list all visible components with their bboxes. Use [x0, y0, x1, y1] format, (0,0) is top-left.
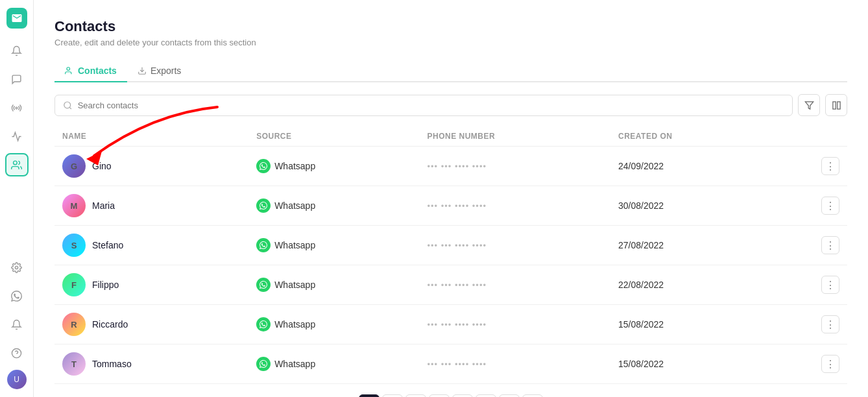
sidebar-item-settings[interactable]: [5, 256, 29, 279]
search-row: [54, 94, 847, 116]
contact-actions-cell-0: ⋮: [770, 147, 847, 186]
page-title: Contacts: [54, 18, 847, 35]
svg-rect-11: [837, 101, 839, 108]
whatsapp-icon-1: [256, 198, 271, 213]
contact-date-cell-1: 30/08/2022: [610, 186, 770, 226]
contact-source-label-2: Whatsapp: [274, 240, 315, 250]
sidebar-item-notifications[interactable]: [5, 39, 29, 62]
contact-name-cell-4: R Riccardo: [54, 305, 248, 344]
contact-phone-2: ••• ••• •••• ••••: [427, 241, 487, 250]
contact-more-button-0[interactable]: ⋮: [821, 157, 839, 175]
page-button-314[interactable]: 314: [452, 394, 473, 397]
contact-phone-cell-4: ••• ••• •••• ••••: [419, 305, 610, 344]
contact-source-label-5: Whatsapp: [274, 359, 315, 369]
page-button-...[interactable]: ...: [429, 394, 450, 397]
sidebar-item-whatsapp[interactable]: [5, 284, 29, 307]
contact-more-button-5[interactable]: ⋮: [821, 355, 839, 373]
contact-date-2: 27/08/2022: [618, 240, 664, 250]
page-button-316[interactable]: 316: [499, 394, 520, 397]
contact-more-button-2[interactable]: ⋮: [821, 236, 839, 254]
contact-more-button-4[interactable]: ⋮: [821, 315, 839, 333]
contact-source-cell-1: Whatsapp: [248, 186, 419, 226]
col-name: Name: [54, 126, 248, 147]
contact-source-cell-5: Whatsapp: [248, 344, 419, 384]
sidebar-item-analytics[interactable]: [5, 125, 29, 148]
user-avatar[interactable]: U: [7, 370, 27, 389]
tab-contacts[interactable]: Contacts: [54, 60, 127, 82]
page-button-1[interactable]: 1: [359, 394, 380, 397]
contact-source-cell-0: Whatsapp: [248, 147, 419, 186]
contact-source-label-4: Whatsapp: [274, 319, 315, 330]
contact-phone-cell-1: ••• ••• •••• ••••: [419, 186, 610, 226]
table-row: S Stefano Whatsapp ••• ••• •••• •••• 27/…: [54, 226, 847, 265]
whatsapp-icon-4: [256, 317, 271, 331]
table-row: T Tommaso Whatsapp ••• ••• •••• •••• 15/…: [54, 344, 847, 384]
contact-source-cell-4: Whatsapp: [248, 305, 419, 344]
contact-date-cell-4: 15/08/2022: [610, 305, 770, 344]
contact-more-button-3[interactable]: ⋮: [821, 276, 839, 294]
contact-phone-3: ••• ••• •••• ••••: [427, 280, 487, 290]
contact-source-cell-3: Whatsapp: [248, 265, 419, 305]
contact-date-4: 15/08/2022: [618, 319, 664, 330]
contact-name-cell-0: G Gino: [54, 147, 248, 186]
contact-actions-cell-4: ⋮: [770, 305, 847, 344]
table-row: G Gino Whatsapp ••• ••• •••• •••• 24/09/…: [54, 147, 847, 186]
contact-phone-1: ••• ••• •••• ••••: [427, 201, 487, 211]
contact-phone-cell-0: ••• ••• •••• ••••: [419, 147, 610, 186]
svg-rect-10: [832, 101, 835, 108]
contact-actions-cell-2: ⋮: [770, 226, 847, 265]
contact-avatar-5: T: [62, 352, 86, 376]
contact-source-label-1: Whatsapp: [274, 200, 315, 211]
contacts-table: Name Source Phone Number Created on G Gi…: [54, 126, 847, 384]
contact-date-cell-5: 15/08/2022: [610, 344, 770, 384]
tab-exports[interactable]: Exports: [127, 60, 191, 82]
contact-name-1: Maria: [92, 200, 115, 211]
page-button-2[interactable]: 2: [382, 394, 403, 397]
col-source: Source: [248, 126, 419, 147]
contact-phone-cell-3: ••• ••• •••• ••••: [419, 265, 610, 305]
contact-source-label-3: Whatsapp: [274, 280, 315, 290]
sidebar-item-alert[interactable]: [5, 313, 29, 336]
svg-point-7: [64, 101, 71, 108]
contact-more-button-1[interactable]: ⋮: [821, 197, 839, 215]
whatsapp-icon-2: [256, 238, 271, 252]
contact-actions-cell-3: ⋮: [770, 265, 847, 305]
table-row: F Filippo Whatsapp ••• ••• •••• •••• 22/…: [54, 265, 847, 305]
search-box[interactable]: [54, 95, 793, 116]
page-subtitle: Create, edit and delete your contacts fr…: [54, 38, 847, 47]
svg-marker-9: [805, 101, 814, 108]
whatsapp-icon-5: [256, 357, 271, 371]
contact-name-cell-5: T Tommaso: [54, 344, 248, 384]
sidebar-item-broadcast[interactable]: [5, 96, 29, 119]
contact-date-cell-0: 24/09/2022: [610, 147, 770, 186]
tab-bar: Contacts Exports: [54, 60, 847, 82]
page-next-button[interactable]: →: [522, 394, 543, 397]
sidebar-item-help[interactable]: [5, 341, 29, 365]
app-logo[interactable]: [6, 8, 27, 29]
columns-button[interactable]: [825, 94, 847, 116]
contact-date-3: 22/08/2022: [618, 280, 664, 290]
svg-point-2: [15, 266, 18, 269]
page-button-315[interactable]: 315: [476, 394, 496, 397]
contact-avatar-2: S: [62, 234, 86, 257]
sidebar-item-contacts[interactable]: [5, 153, 29, 176]
contact-phone-4: ••• ••• •••• ••••: [427, 320, 487, 330]
sidebar-item-chat[interactable]: [5, 67, 29, 91]
col-actions: [770, 126, 847, 147]
contact-phone-0: ••• ••• •••• ••••: [427, 162, 487, 171]
contact-phone-5: ••• ••• •••• ••••: [427, 359, 487, 369]
filter-button[interactable]: [798, 94, 820, 116]
main-content: Contacts Create, edit and delete your co…: [34, 0, 868, 397]
contact-date-1: 30/08/2022: [618, 200, 664, 211]
page-button-3[interactable]: 3: [405, 394, 426, 397]
svg-point-0: [16, 107, 18, 109]
search-input[interactable]: [78, 101, 784, 110]
col-created: Created on: [610, 126, 770, 147]
contact-avatar-4: R: [62, 313, 86, 336]
table-row: R Riccardo Whatsapp ••• ••• •••• •••• 15…: [54, 305, 847, 344]
sidebar: U: [0, 0, 34, 397]
contact-date-cell-3: 22/08/2022: [610, 265, 770, 305]
contact-name-5: Tommaso: [92, 359, 132, 369]
contact-name-0: Gino: [92, 161, 112, 171]
contact-name-cell-3: F Filippo: [54, 265, 248, 305]
